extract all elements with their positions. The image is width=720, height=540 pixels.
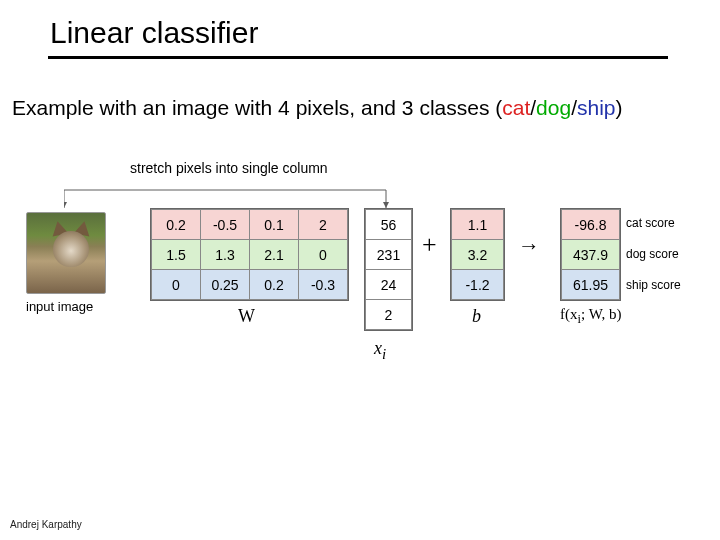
f-cell: 61.95 — [562, 270, 620, 300]
W-cell: -0.5 — [201, 210, 250, 240]
W-cell: 0.2 — [250, 270, 299, 300]
stretch-bracket — [64, 178, 364, 208]
x-cell: 24 — [366, 270, 412, 300]
x-cell: 231 — [366, 240, 412, 270]
stretch-caption: stretch pixels into single column — [130, 160, 328, 176]
class-ship: ship — [577, 96, 616, 119]
x-vector: 56 231 24 2 — [364, 208, 413, 331]
table-row: 56 — [366, 210, 412, 240]
table-row: -96.8 — [562, 210, 620, 240]
x-var: x — [374, 338, 382, 358]
paren-close: ) — [616, 96, 623, 119]
b-cell: 3.2 — [452, 240, 504, 270]
W-cell: 1.3 — [201, 240, 250, 270]
b-cell: 1.1 — [452, 210, 504, 240]
W-cell: 1.5 — [152, 240, 201, 270]
W-cell: 0 — [152, 270, 201, 300]
score-label-ship: ship score — [626, 278, 681, 292]
W-cell: 0.2 — [152, 210, 201, 240]
x-cell: 56 — [366, 210, 412, 240]
title-underline — [48, 56, 668, 59]
table-row: 437.9 — [562, 240, 620, 270]
table-row: 61.95 — [562, 270, 620, 300]
b-vector: 1.1 3.2 -1.2 — [450, 208, 505, 301]
table-row: 24 — [366, 270, 412, 300]
f-rest: ; W, b) — [581, 306, 621, 322]
score-label-dog: dog score — [626, 247, 679, 261]
W-cell: 2 — [299, 210, 348, 240]
b-symbol: b — [472, 306, 481, 327]
W-symbol: W — [238, 306, 255, 327]
W-cell: 0 — [299, 240, 348, 270]
table-row: 1.5 1.3 2.1 0 — [152, 240, 348, 270]
class-cat: cat — [502, 96, 530, 119]
W-cell: 0.25 — [201, 270, 250, 300]
table-row: 3.2 — [452, 240, 504, 270]
input-image — [26, 212, 106, 294]
plus-symbol: + — [422, 230, 437, 260]
class-dog: dog — [536, 96, 571, 119]
slide-title: Linear classifier — [50, 16, 258, 50]
x-symbol: xi — [374, 338, 386, 363]
W-matrix: 0.2 -0.5 0.1 2 1.5 1.3 2.1 0 0 0.25 0.2 … — [150, 208, 349, 301]
table-row: -1.2 — [452, 270, 504, 300]
example-caption: Example with an image with 4 pixels, and… — [12, 96, 623, 120]
cat-face-icon — [53, 231, 89, 267]
f-prefix: f(x — [560, 306, 578, 322]
f-symbol: f(xi; W, b) — [560, 306, 621, 327]
svg-marker-0 — [64, 202, 67, 208]
linear-classifier-diagram: stretch pixels into single column input … — [20, 160, 700, 420]
table-row: 2 — [366, 300, 412, 330]
b-cell: -1.2 — [452, 270, 504, 300]
x-sub: i — [382, 346, 386, 362]
table-row: 1.1 — [452, 210, 504, 240]
f-cell: 437.9 — [562, 240, 620, 270]
W-cell: 0.1 — [250, 210, 299, 240]
slide-credit: Andrej Karpathy — [10, 519, 82, 530]
table-row: 0 0.25 0.2 -0.3 — [152, 270, 348, 300]
f-vector: -96.8 437.9 61.95 — [560, 208, 621, 301]
input-image-label: input image — [26, 299, 93, 314]
table-row: 231 — [366, 240, 412, 270]
arrow-icon: → — [518, 233, 540, 259]
score-label-cat: cat score — [626, 216, 675, 230]
example-prefix: Example with an image with 4 pixels, and… — [12, 96, 502, 119]
table-row: 0.2 -0.5 0.1 2 — [152, 210, 348, 240]
x-cell: 2 — [366, 300, 412, 330]
W-cell: 2.1 — [250, 240, 299, 270]
f-cell: -96.8 — [562, 210, 620, 240]
W-cell: -0.3 — [299, 270, 348, 300]
